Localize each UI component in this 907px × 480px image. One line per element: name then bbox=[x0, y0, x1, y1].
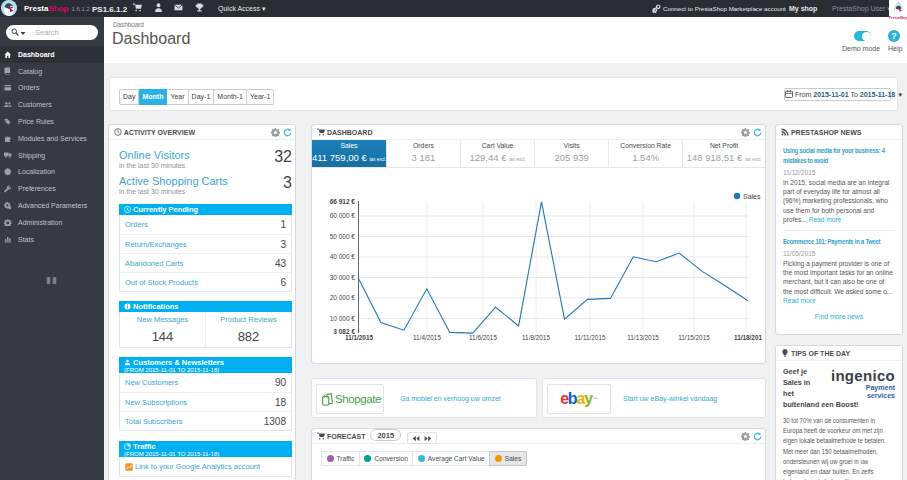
svg-text:11/6/2015: 11/6/2015 bbox=[469, 334, 497, 341]
svg-text:30 000 €: 30 000 € bbox=[330, 274, 356, 281]
svg-text:40 000 €: 40 000 € bbox=[330, 253, 356, 260]
svg-text:11/13/2015: 11/13/2015 bbox=[627, 334, 659, 341]
svg-text:Sales: Sales bbox=[743, 193, 761, 200]
svg-text:11/8/2015: 11/8/2015 bbox=[522, 334, 550, 341]
svg-text:11/1/2015: 11/1/2015 bbox=[345, 334, 374, 341]
svg-text:11/15/2015: 11/15/2015 bbox=[678, 334, 710, 341]
svg-text:11/11/2015: 11/11/2015 bbox=[574, 334, 605, 341]
svg-text:66 912 €: 66 912 € bbox=[330, 198, 356, 205]
svg-text:20 000 €: 20 000 € bbox=[330, 294, 356, 301]
svg-text:60 000 €: 60 000 € bbox=[330, 212, 356, 219]
svg-text:50 000 €: 50 000 € bbox=[330, 233, 356, 240]
svg-text:11/18/201: 11/18/201 bbox=[734, 334, 763, 341]
svg-text:11/4/2015: 11/4/2015 bbox=[413, 334, 441, 341]
svg-text:10 000 €: 10 000 € bbox=[330, 315, 356, 322]
